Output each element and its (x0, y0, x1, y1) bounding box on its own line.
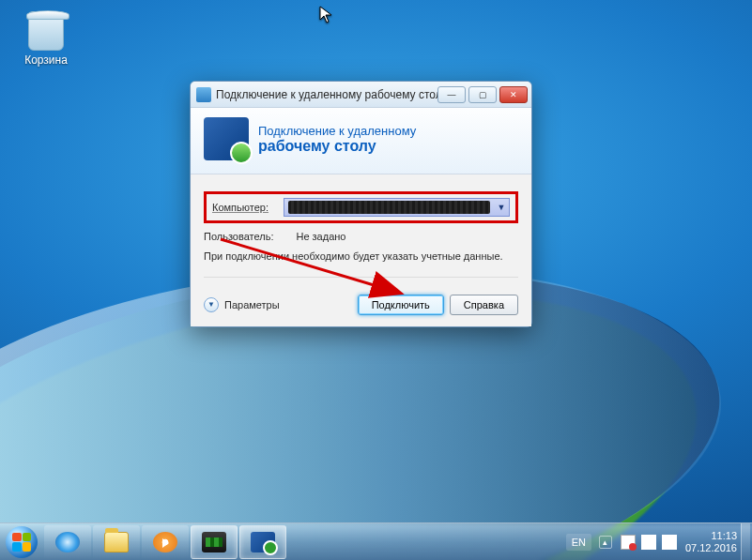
language-indicator[interactable]: EN (566, 534, 591, 551)
separator (204, 277, 518, 278)
banner: Подключение к удаленному рабочему столу (191, 108, 531, 174)
titlebar[interactable]: Подключение к удаленному рабочему столу … (191, 82, 531, 108)
ie-icon (55, 532, 80, 552)
footer-row: ▼ Параметры Подключить Справка (204, 285, 518, 315)
computer-combobox[interactable]: ▼ (284, 198, 510, 217)
mouse-cursor-icon (319, 6, 334, 26)
show-desktop-button[interactable] (741, 523, 750, 561)
expand-options-icon[interactable]: ▼ (204, 297, 219, 312)
maximize-button[interactable]: ▢ (468, 86, 497, 103)
rdp-window: Подключение к удаленному рабочему столу … (190, 81, 532, 327)
network-icon[interactable] (641, 535, 656, 550)
chevron-down-icon[interactable]: ▼ (494, 203, 509, 212)
window-title: Подключение к удаленному рабочему столу (216, 88, 437, 101)
recycle-bin[interactable]: Корзина (13, 11, 79, 67)
heading-line1: Подключение к удаленному (258, 124, 416, 138)
computer-label: Компьютер: (212, 202, 278, 213)
rdp-icon (251, 532, 275, 552)
monitor-icon (202, 532, 226, 552)
recycle-bin-icon (28, 11, 64, 51)
volume-icon[interactable] (662, 535, 677, 550)
recycle-bin-label: Корзина (13, 53, 79, 67)
taskbar-item-task-manager[interactable] (191, 525, 238, 559)
clock-time: 11:13 (685, 530, 737, 542)
taskbar-item-ie[interactable] (44, 525, 91, 559)
credentials-hint: При подключении необходимо будет указать… (204, 250, 518, 264)
close-button[interactable]: ✕ (499, 86, 528, 103)
minimize-button[interactable]: — (437, 86, 466, 103)
options-link[interactable]: Параметры (224, 299, 280, 310)
media-player-icon (153, 532, 177, 552)
taskbar-item-media-player[interactable] (142, 525, 189, 559)
connect-button[interactable]: Подключить (358, 295, 444, 315)
computer-value-redacted (288, 201, 490, 214)
taskbar: EN ▴ 11:13 07.12.2016 (0, 522, 752, 560)
tray-expand-icon[interactable]: ▴ (599, 536, 612, 549)
folder-icon (104, 532, 129, 552)
heading-line2: рабочему столу (258, 138, 416, 155)
rdp-app-icon (196, 87, 211, 102)
help-button[interactable]: Справка (450, 295, 518, 315)
user-label: Пользователь: (204, 231, 273, 242)
system-tray: EN ▴ 11:13 07.12.2016 (566, 523, 752, 560)
clock[interactable]: 11:13 07.12.2016 (685, 530, 737, 553)
rdp-logo-icon (204, 117, 249, 160)
clock-date: 07.12.2016 (685, 542, 737, 554)
taskbar-item-rdp[interactable] (239, 525, 286, 559)
user-row: Пользователь: Не задано (204, 231, 518, 242)
start-button[interactable] (0, 523, 43, 561)
user-value: Не задано (296, 231, 345, 242)
computer-row-highlight: Компьютер: ▼ (204, 191, 518, 223)
taskbar-item-explorer[interactable] (93, 525, 140, 559)
action-center-icon[interactable] (621, 535, 636, 550)
windows-logo-icon (6, 526, 38, 558)
